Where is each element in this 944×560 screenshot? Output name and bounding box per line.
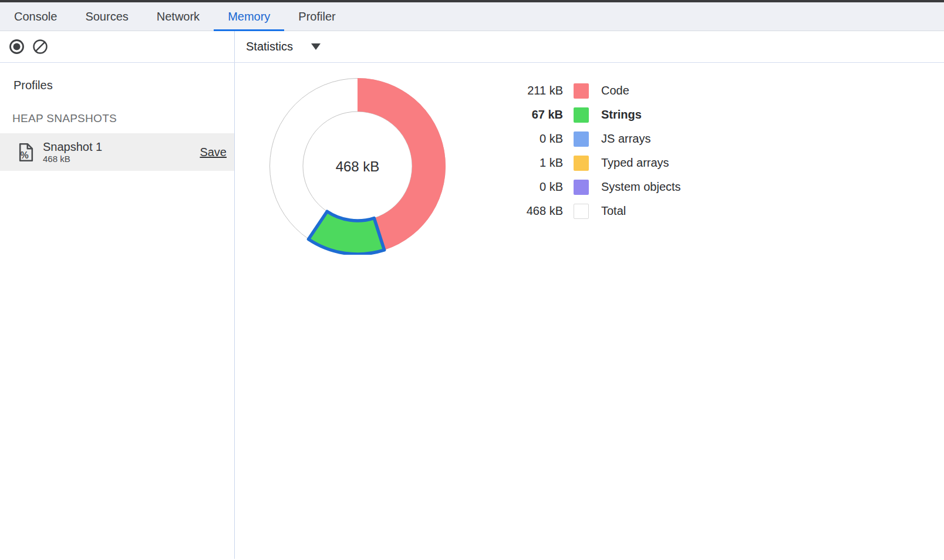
pie-slice-strings[interactable] xyxy=(308,211,384,254)
legend-row-code[interactable]: 211 kBCode xyxy=(504,79,681,103)
tab-console[interactable]: Console xyxy=(0,2,71,31)
save-snapshot-link[interactable]: Save xyxy=(200,146,227,159)
legend-label-total: Total xyxy=(601,204,626,218)
svg-text:%: % xyxy=(20,150,28,160)
heap-snapshot-file-icon: % xyxy=(18,143,34,162)
legend-row-typed-arrays[interactable]: 1 kBTyped arrays xyxy=(504,151,681,175)
legend-value-system-objects: 0 kB xyxy=(504,180,563,194)
legend-row-system-objects[interactable]: 0 kBSystem objects xyxy=(504,175,681,199)
legend-value-typed-arrays: 1 kB xyxy=(504,156,563,170)
legend-row-js-arrays[interactable]: 0 kBJS arrays xyxy=(504,127,681,151)
tab-network[interactable]: Network xyxy=(143,2,214,31)
tab-sources[interactable]: Sources xyxy=(71,2,142,31)
clear-icon xyxy=(32,39,48,55)
legend-value-total: 468 kB xyxy=(504,204,563,218)
clear-profiles-button[interactable] xyxy=(31,38,49,56)
legend-swatch-code xyxy=(574,83,589,99)
legend-value-js-arrays: 0 kB xyxy=(504,132,563,146)
panel-content: Profiles HEAP SNAPSHOTS % Snapshot 1 468… xyxy=(0,63,944,559)
legend-swatch-system-objects xyxy=(574,180,589,195)
legend-label-strings: Strings xyxy=(601,108,642,122)
snapshot-info: Snapshot 1 468 kB xyxy=(43,140,200,164)
legend-row-strings[interactable]: 67 kBStrings xyxy=(504,103,681,127)
legend-label-code: Code xyxy=(601,84,629,97)
perspective-select[interactable]: Statistics xyxy=(246,40,321,53)
chart-legend: 211 kBCode67 kBStrings0 kBJS arrays1 kBT… xyxy=(504,79,681,223)
legend-swatch-typed-arrays xyxy=(574,156,589,171)
donut-center-total: 468 kB xyxy=(336,158,380,174)
snapshot-size: 468 kB xyxy=(43,154,200,164)
tab-profiler[interactable]: Profiler xyxy=(284,2,349,31)
heap-statistics-donut-chart: 468 kB xyxy=(269,77,446,255)
legend-label-js-arrays: JS arrays xyxy=(601,132,650,146)
heap-snapshots-section-title: HEAP SNAPSHOTS xyxy=(12,112,234,125)
perspective-select-label: Statistics xyxy=(246,40,293,53)
legend-swatch-total xyxy=(574,204,589,219)
tab-memory[interactable]: Memory xyxy=(214,2,284,31)
legend-value-strings: 67 kB xyxy=(504,108,563,122)
legend-swatch-strings xyxy=(574,107,589,123)
profiles-title: Profiles xyxy=(14,79,234,92)
chevron-down-icon xyxy=(311,43,321,50)
legend-label-typed-arrays: Typed arrays xyxy=(601,156,669,170)
record-icon xyxy=(9,39,25,55)
legend-value-code: 211 kB xyxy=(504,84,563,97)
panel-toolbar: Statistics xyxy=(0,31,944,63)
snapshot-name: Snapshot 1 xyxy=(43,140,200,154)
profiles-toolbar xyxy=(0,31,235,62)
snapshot-list-item[interactable]: % Snapshot 1 468 kB Save xyxy=(0,133,234,171)
record-heap-snapshot-button[interactable] xyxy=(8,38,25,56)
profiles-sidebar: Profiles HEAP SNAPSHOTS % Snapshot 1 468… xyxy=(0,63,235,559)
legend-label-system-objects: System objects xyxy=(601,180,681,194)
legend-row-total[interactable]: 468 kBTotal xyxy=(504,199,681,223)
statistics-toolbar: Statistics xyxy=(235,31,944,62)
devtools-tabbar: ConsoleSourcesNetworkMemoryProfiler xyxy=(0,2,944,31)
statistics-view: 468 kB 211 kBCode67 kBStrings0 kBJS arra… xyxy=(235,63,944,559)
legend-swatch-js-arrays xyxy=(574,131,589,147)
